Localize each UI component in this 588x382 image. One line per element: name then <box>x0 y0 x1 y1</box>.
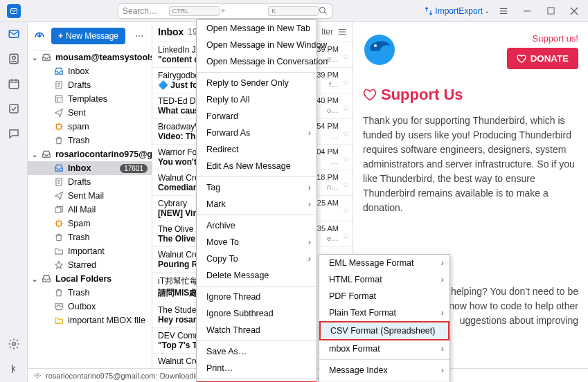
star-icon[interactable]: ☆ <box>342 52 350 62</box>
collapse-icon[interactable] <box>8 363 20 375</box>
svg-point-1 <box>320 8 326 13</box>
ctx-mark[interactable]: Mark <box>197 196 317 212</box>
ctx-ignore-thread[interactable]: Ignore Thread <box>197 289 317 305</box>
folder-row[interactable]: Trash <box>28 134 152 147</box>
folder-row[interactable]: Trash <box>28 230 152 244</box>
folder-title: Inbox <box>158 26 184 37</box>
settings-icon[interactable] <box>8 338 20 350</box>
folder-row[interactable]: Sent <box>28 106 152 120</box>
ctx-mbox-format[interactable]: mbox Format <box>319 340 449 357</box>
star-icon[interactable]: ☆ <box>342 231 350 241</box>
hamburger-icon <box>499 6 508 16</box>
star-icon[interactable]: ☆ <box>342 180 350 190</box>
ctx-watch-thread[interactable]: Watch Thread <box>197 322 317 338</box>
ctx-eml-format[interactable]: EML Message Format <box>319 255 449 271</box>
appmenu-button[interactable] <box>494 1 513 21</box>
ctx-tag[interactable]: Tag <box>197 179 317 196</box>
ctx-open-new-tab[interactable]: Open Message in New Tab <box>197 20 317 37</box>
kbd-ctrl: CTRL <box>169 6 220 16</box>
svg-rect-2 <box>547 8 553 14</box>
chat-icon[interactable] <box>8 127 20 140</box>
folder-options-button[interactable]: ⋯ <box>132 31 146 41</box>
ctx-edit-as-new[interactable]: Edit As New Message <box>197 158 317 174</box>
ctx-forward[interactable]: Forward <box>197 108 317 125</box>
folder-row[interactable]: Drafts <box>28 78 152 92</box>
ctx-print[interactable]: Print… <box>197 360 317 376</box>
folder-row[interactable]: Trash <box>28 286 152 300</box>
folder-row[interactable]: Starred <box>28 258 152 272</box>
heart-icon <box>517 54 526 64</box>
folder-pane: +New Message ⋯ ⌄mousam@teamsystools.comI… <box>28 22 152 382</box>
star-icon[interactable]: ☆ <box>342 129 350 138</box>
ctx-csv-format[interactable]: CSV Format (Spreadsheet) <box>319 321 449 340</box>
star-icon[interactable]: ☆ <box>342 206 350 215</box>
arrows-icon <box>424 6 434 16</box>
ctx-reply-sender[interactable]: Reply to Sender Only <box>197 75 317 91</box>
ctx-html-format[interactable]: HTML Format <box>319 271 449 288</box>
ctx-ignore-subthread[interactable]: Ignore Subthread <box>197 305 317 322</box>
svg-point-16 <box>374 44 377 47</box>
ctx-pdf-format[interactable]: PDF Format <box>319 288 449 304</box>
ctx-archive[interactable]: Archive <box>197 217 317 234</box>
search-icon <box>319 6 328 15</box>
donate-button[interactable]: DONATE <box>507 48 578 69</box>
ctx-redirect[interactable]: Redirect <box>197 141 317 158</box>
new-message-button[interactable]: +New Message <box>51 28 125 44</box>
svg-point-14 <box>57 221 62 226</box>
ctx-message-index[interactable]: Message Index <box>319 362 449 379</box>
maximize-button[interactable] <box>541 1 560 21</box>
get-messages-button[interactable] <box>33 30 46 42</box>
tasks-icon[interactable] <box>8 102 20 115</box>
ctx-reply-all[interactable]: Reply to All <box>197 91 317 108</box>
support-title: Support Us <box>363 86 578 104</box>
star-icon[interactable]: ☆ <box>342 78 350 87</box>
close-button[interactable] <box>564 1 584 21</box>
search-placeholder: Search… <box>123 6 166 16</box>
ctx-copy-to[interactable]: Copy To <box>197 251 317 267</box>
star-icon[interactable]: ☆ <box>342 154 350 164</box>
folder-row[interactable]: Drafts <box>28 175 152 189</box>
folder-row[interactable]: important MBOX file <box>28 313 152 327</box>
import-export-button[interactable]: ImportExport ⌄ <box>424 6 490 16</box>
account-row[interactable]: ⌄mousam@teamsystools.com <box>28 51 152 64</box>
ctx-move-to[interactable]: Move To <box>197 234 317 251</box>
search-input[interactable]: Search… CTRL + K <box>118 3 332 19</box>
ctx-open-new-window[interactable]: Open Message in New Window <box>197 37 317 53</box>
minimize-icon <box>523 7 531 15</box>
ctx-plain-text-format[interactable]: Plain Text Format <box>319 304 449 321</box>
svg-point-11 <box>57 125 62 129</box>
folder-row[interactable]: Inbox17601 <box>28 161 152 175</box>
svg-rect-7 <box>10 104 18 113</box>
display-options-icon[interactable] <box>337 27 347 37</box>
svg-point-8 <box>12 343 15 346</box>
svg-rect-13 <box>55 208 61 212</box>
svg-rect-10 <box>55 96 62 102</box>
folder-row[interactable]: Spam <box>28 217 152 230</box>
folder-row[interactable]: Outbox <box>28 300 152 313</box>
account-row[interactable]: ⌄rosariocontarino975@gm… <box>28 147 152 161</box>
mail-tab-icon[interactable] <box>7 4 21 18</box>
folder-row[interactable]: spam <box>28 120 152 134</box>
folder-row[interactable]: Sent Mail <box>28 189 152 203</box>
minimize-button[interactable] <box>517 1 537 21</box>
ctx-open-conversation[interactable]: Open Message in Conversation <box>197 53 317 70</box>
folder-row[interactable]: Inbox <box>28 64 152 78</box>
support-us-link[interactable]: Support us! <box>507 33 578 44</box>
ctx-forward-as[interactable]: Forward As <box>197 125 317 141</box>
support-body: Thank you for supporting Thunderbird, wh… <box>363 113 578 215</box>
star-icon[interactable]: ☆ <box>342 103 350 113</box>
activity-bar <box>0 22 28 382</box>
thunderbird-logo-icon <box>363 33 396 66</box>
account-row[interactable]: ⌄Local Folders <box>28 272 152 286</box>
ctx-delete[interactable]: Delete Message <box>197 267 317 284</box>
filter-label[interactable]: lter <box>321 27 333 37</box>
folder-row[interactable]: Important <box>28 244 152 258</box>
ctx-save-as[interactable]: Save As… <box>197 343 317 360</box>
folder-row[interactable]: All Mail <box>28 203 152 217</box>
svg-rect-6 <box>9 80 19 89</box>
mail-icon[interactable] <box>8 28 20 40</box>
calendar-icon[interactable] <box>8 78 20 90</box>
svg-point-5 <box>12 56 15 60</box>
folder-row[interactable]: Templates <box>28 92 152 106</box>
addressbook-icon[interactable] <box>8 53 20 65</box>
